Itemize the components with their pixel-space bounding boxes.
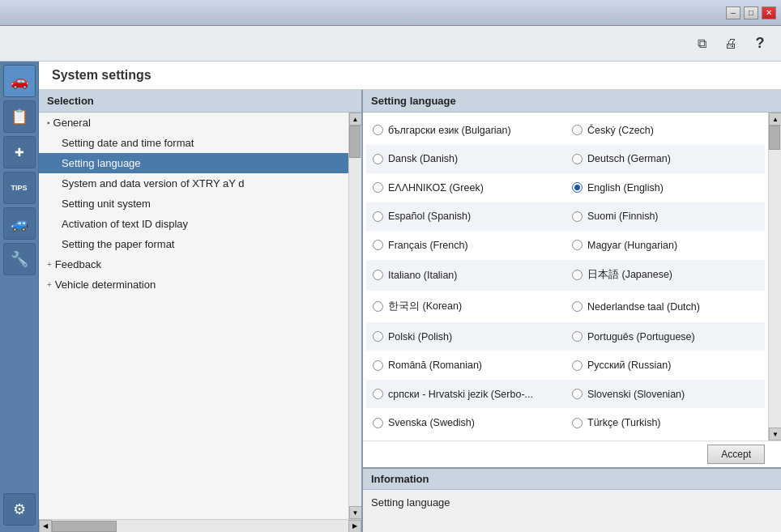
radio-romanian[interactable] [373,360,383,371]
page-title: System settings [39,62,781,90]
lang-label-russian: Русский (Russian) [587,360,671,371]
sidebar-stethoscope-icon[interactable]: ✚ [3,136,36,168]
sidebar-tips-icon[interactable]: TIPS [3,172,36,204]
lang-item-slovenian[interactable]: Slovenski (Slovenian) [565,380,765,409]
lang-item-russian[interactable]: Русский (Russian) [565,351,765,380]
lang-label-turkish: Türkçe (Turkish) [587,417,661,428]
copy-icon[interactable]: ⧉ [690,32,713,55]
tree-item-textid[interactable]: Activation of text ID display [39,214,348,234]
radio-serbian[interactable] [373,389,383,399]
lang-label-japanese: 日本語 (Japanese) [587,268,672,282]
tree-item-units[interactable]: Setting unit system [39,194,348,214]
maximize-button[interactable]: □ [744,6,758,19]
lang-item-french[interactable]: Français (French) [366,231,565,260]
close-button[interactable]: ✕ [762,6,776,19]
radio-swedish[interactable] [373,418,383,428]
radio-portuguese[interactable] [572,331,583,342]
lang-label-hungarian: Magyar (Hungarian) [587,240,677,251]
help-icon[interactable]: ? [749,32,771,55]
accept-button[interactable]: Accept [707,445,765,464]
lang-scroll-down[interactable]: ▼ [769,428,781,440]
lang-item-finnish[interactable]: Suomi (Finnish) [565,202,765,232]
tree-hscroll-left[interactable]: ◀ [39,520,52,533]
lang-scroll-track[interactable] [769,126,781,428]
radio-english[interactable] [572,182,583,193]
radio-greek[interactable] [373,182,383,193]
language-panel-header: Setting language [363,90,781,113]
lang-item-japanese[interactable]: 日本語 (Japanese) [565,260,765,292]
radio-italian[interactable] [373,270,383,280]
lang-item-romanian[interactable]: Română (Romanian) [366,351,565,380]
radio-bulgarian[interactable] [373,125,383,135]
lang-item-greek[interactable]: ΕΛΛΗΝΙΚΟΣ (Greek) [366,173,565,202]
print-icon[interactable]: 🖨 [719,32,742,55]
tree-item-paper[interactable]: Setting the paper format [39,234,348,254]
tree-item-general[interactable]: ▪ General [39,113,348,133]
radio-dot-english [574,185,580,190]
tree-scroll-track[interactable] [349,126,361,506]
lang-item-bulgarian[interactable]: български език (Bulgarian) [366,116,565,145]
tree-hscroll-right[interactable]: ▶ [348,520,361,533]
lang-label-romanian: Română (Romanian) [388,360,482,371]
lang-scroll-up[interactable]: ▲ [769,113,781,126]
lang-item-italian[interactable]: Italiano (Italian) [366,260,565,292]
sidebar-tools-icon[interactable]: 🔧 [3,243,36,275]
lang-item-spanish[interactable]: Español (Spanish) [366,202,565,232]
tree-scroll-up[interactable]: ▲ [349,113,362,126]
tree-item-language[interactable]: Setting language [39,153,348,173]
tree-scroll-thumb[interactable] [349,126,361,158]
lang-item-swedish[interactable]: Svenska (Swedish) [366,408,565,437]
lang-label-spanish: Español (Spanish) [388,211,471,222]
lang-label-greek: ΕΛΛΗΝΙΚΟΣ (Greek) [388,182,484,194]
lang-item-serbian[interactable]: српски - Hrvatski jezik (Serbo-... [366,380,565,409]
tree-item-datetime[interactable]: Setting date and time format [39,133,348,153]
sidebar-car-icon[interactable]: 🚗 [3,65,36,97]
lang-item-polish[interactable]: Polski (Polish) [366,322,565,351]
lang-item-german[interactable]: Deutsch (German) [565,145,765,174]
tree-item-vehicle[interactable]: + Vehicle determination [39,275,348,295]
tree-scroll-down[interactable]: ▼ [349,506,362,519]
info-content: Setting language [363,490,781,515]
expand-icon-vehicle: + [47,280,52,289]
lang-item-english[interactable]: English (English) [565,173,765,202]
tree-label-units: Setting unit system [62,198,151,210]
radio-czech[interactable] [572,125,583,135]
radio-finnish[interactable] [572,211,583,222]
sidebar-document-icon[interactable]: 📋 [3,100,36,133]
radio-polish[interactable] [373,331,383,342]
minimize-button[interactable]: – [726,6,740,19]
radio-korean[interactable] [373,301,383,312]
sidebar-vehicle-icon[interactable]: 🚙 [3,207,36,240]
tree-hscroll-track[interactable] [52,520,348,532]
lang-item-czech[interactable]: Český (Czech) [565,116,765,145]
radio-japanese[interactable] [572,270,583,280]
lang-label-serbian: српски - Hrvatski jezik (Serbo-... [388,389,533,400]
tree-label-paper: Setting the paper format [62,238,174,250]
radio-dutch[interactable] [572,301,583,312]
lang-item-portuguese[interactable]: Português (Portuguese) [565,322,765,351]
sidebar-settings-icon[interactable]: ⚙ [3,493,36,526]
radio-spanish[interactable] [373,211,383,222]
radio-hungarian[interactable] [572,240,583,250]
radio-french[interactable] [373,240,383,250]
lang-item-dutch[interactable]: Nederlandse taal (Dutch) [565,291,765,322]
lang-scroll-thumb[interactable] [769,126,780,150]
main-split: Selection ▪ General Setting date and tim… [39,90,781,532]
sidebar-icons: 🚗 📋 ✚ TIPS 🚙 🔧 ⚙ [0,62,39,532]
tree-item-version[interactable]: System and data version of XTRY aY d [39,173,348,194]
radio-danish[interactable] [373,154,383,164]
tree-item-feedback[interactable]: + Feedback [39,254,348,275]
lang-item-turkish[interactable]: Türkçe (Turkish) [565,408,765,437]
lang-label-slovenian: Slovenski (Slovenian) [587,389,685,400]
lang-item-danish[interactable]: Dansk (Danish) [366,145,565,174]
tree-hscroll-thumb[interactable] [52,521,117,532]
radio-turkish[interactable] [572,418,583,428]
radio-russian[interactable] [572,360,583,371]
lang-item-korean[interactable]: 한국의 (Korean) [366,291,565,322]
lang-label-french: Français (French) [388,240,468,251]
radio-slovenian[interactable] [572,389,583,399]
lang-label-bulgarian: български език (Bulgarian) [388,125,511,136]
radio-german[interactable] [572,154,583,164]
right-panel: Setting language български език (Bulgari… [363,90,781,532]
lang-item-hungarian[interactable]: Magyar (Hungarian) [565,231,765,260]
